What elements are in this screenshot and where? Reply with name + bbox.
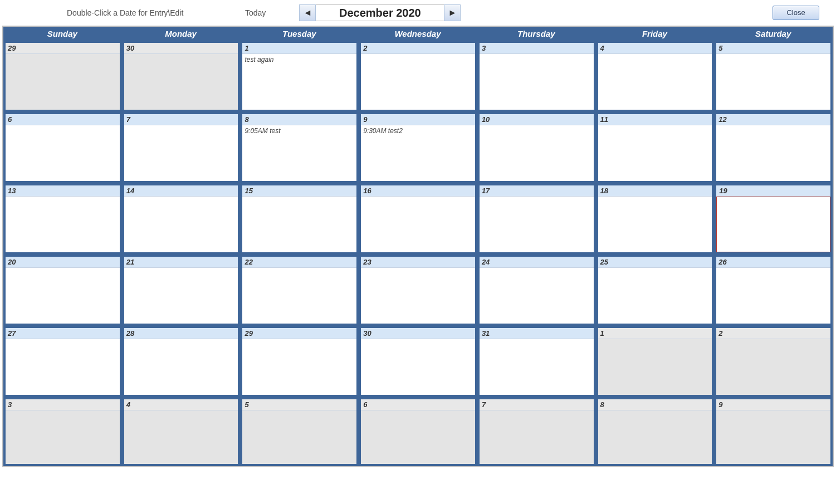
day-number: 4 — [598, 43, 712, 54]
day-cell[interactable]: 11 — [598, 114, 712, 181]
day-cell[interactable]: 24 — [480, 257, 594, 324]
day-cell[interactable]: 7 — [124, 114, 238, 181]
day-number: 31 — [480, 328, 594, 339]
day-cell[interactable]: 21 — [124, 257, 238, 324]
day-number: 6 — [6, 114, 120, 125]
day-cell[interactable]: 22 — [242, 257, 356, 324]
day-body — [716, 125, 830, 181]
day-body — [6, 197, 120, 252]
day-body — [361, 339, 475, 395]
day-number: 4 — [124, 399, 238, 410]
day-number: 13 — [6, 185, 120, 197]
day-number: 25 — [598, 257, 712, 268]
today-button[interactable]: Today — [245, 8, 266, 17]
day-body — [598, 410, 712, 464]
day-body — [598, 125, 712, 181]
day-cell[interactable]: 2 — [716, 328, 830, 395]
day-cell[interactable]: 1 — [598, 328, 712, 395]
day-number: 30 — [361, 328, 475, 339]
day-number: 12 — [716, 114, 830, 125]
day-cell[interactable]: 5 — [242, 399, 356, 464]
day-cell[interactable]: 23 — [361, 257, 475, 324]
day-cell[interactable]: 13 — [6, 185, 120, 252]
day-cell[interactable]: 26 — [716, 257, 830, 324]
day-of-week-header-row: SundayMondayTuesdayWednesdayThursdayFrid… — [3, 27, 833, 41]
day-cell[interactable]: 14 — [124, 185, 238, 252]
day-number: 18 — [598, 185, 712, 197]
week-row: 272829303112 — [3, 326, 833, 397]
day-body — [598, 268, 712, 324]
day-cell[interactable]: 28 — [124, 328, 238, 395]
day-cell[interactable]: 27 — [6, 328, 120, 395]
calendar-entry[interactable]: 9:30AM test2 — [363, 126, 473, 135]
day-body — [598, 339, 712, 395]
day-cell[interactable]: 30 — [124, 43, 238, 110]
day-cell[interactable]: 1test again — [242, 43, 356, 110]
day-number: 11 — [598, 114, 712, 125]
day-body — [480, 125, 594, 181]
day-cell[interactable]: 8 — [598, 399, 712, 464]
week-row: 6789:05AM test99:30AM test2101112 — [3, 112, 833, 183]
day-body — [480, 410, 594, 464]
day-cell[interactable]: 29 — [242, 328, 356, 395]
day-header: Saturday — [714, 27, 833, 41]
week-row: 29301test again2345 — [3, 41, 833, 112]
day-body — [124, 197, 238, 252]
day-cell[interactable]: 89:05AM test — [242, 114, 356, 181]
day-body — [242, 410, 356, 464]
day-cell[interactable]: 25 — [598, 257, 712, 324]
day-cell[interactable]: 15 — [242, 185, 356, 252]
day-cell[interactable]: 2 — [361, 43, 475, 110]
day-body — [480, 197, 594, 252]
day-number: 24 — [480, 257, 594, 268]
day-body — [480, 339, 594, 395]
day-cell[interactable]: 29 — [6, 43, 120, 110]
day-body — [598, 54, 712, 110]
day-body — [6, 268, 120, 324]
day-body — [124, 410, 238, 464]
day-cell[interactable]: 7 — [480, 399, 594, 464]
calendar-entry[interactable]: test again — [245, 55, 354, 64]
close-button[interactable]: Close — [773, 6, 819, 20]
day-cell[interactable]: 30 — [361, 328, 475, 395]
day-body — [124, 339, 238, 395]
month-navigation: ◄ December 2020 ► — [299, 4, 461, 21]
day-cell[interactable]: 18 — [598, 185, 712, 252]
next-month-button[interactable]: ► — [444, 4, 461, 21]
day-cell[interactable]: 10 — [480, 114, 594, 181]
day-cell[interactable]: 4 — [598, 43, 712, 110]
day-body — [716, 268, 830, 324]
day-cell[interactable]: 16 — [361, 185, 475, 252]
day-cell[interactable]: 4 — [124, 399, 238, 464]
day-body — [6, 54, 120, 110]
prev-month-button[interactable]: ◄ — [299, 4, 316, 21]
day-cell[interactable]: 5 — [716, 43, 830, 110]
day-cell[interactable]: 6 — [361, 399, 475, 464]
calendar-entry[interactable]: 9:05AM test — [245, 126, 354, 135]
day-header: Tuesday — [240, 27, 359, 41]
day-body — [361, 268, 475, 324]
day-body: 9:30AM test2 — [361, 125, 475, 181]
day-body: 9:05AM test — [242, 125, 356, 181]
day-body — [716, 197, 830, 252]
day-cell[interactable]: 9 — [716, 399, 830, 464]
day-cell[interactable]: 99:30AM test2 — [361, 114, 475, 181]
day-number: 1 — [598, 328, 712, 339]
day-cell[interactable]: 20 — [6, 257, 120, 324]
day-body — [480, 54, 594, 110]
day-body — [124, 125, 238, 181]
left-arrow-icon: ◄ — [303, 8, 312, 18]
day-cell[interactable]: 17 — [480, 185, 594, 252]
day-cell[interactable]: 12 — [716, 114, 830, 181]
day-number: 16 — [361, 185, 475, 197]
day-number: 10 — [480, 114, 594, 125]
day-cell[interactable]: 3 — [480, 43, 594, 110]
day-body — [6, 125, 120, 181]
day-number: 27 — [6, 328, 120, 339]
top-bar: Double-Click a Date for Entry\Edit Today… — [0, 0, 836, 25]
day-cell[interactable]: 31 — [480, 328, 594, 395]
day-number: 6 — [361, 399, 475, 410]
day-cell[interactable]: 3 — [6, 399, 120, 464]
day-cell[interactable]: 6 — [6, 114, 120, 181]
day-cell[interactable]: 19 — [716, 185, 830, 252]
